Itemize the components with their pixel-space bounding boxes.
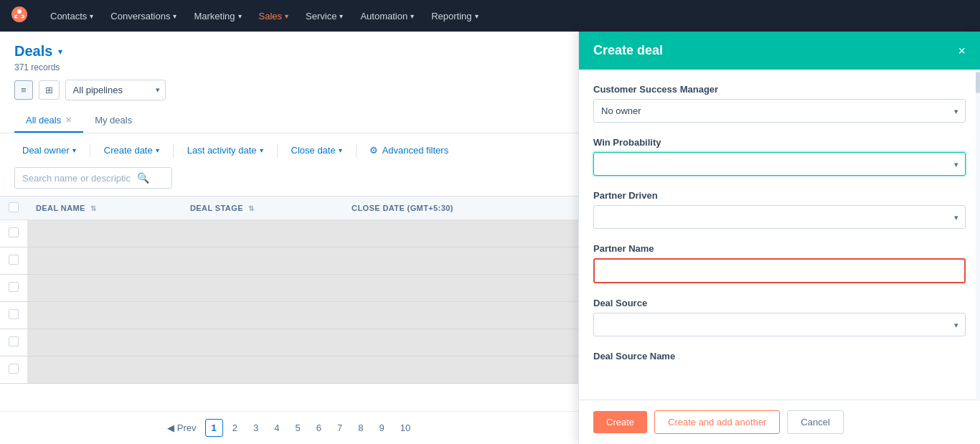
row-checkbox[interactable] — [9, 282, 19, 292]
deal-owner-filter-button[interactable]: Deal owner ▾ — [14, 141, 84, 160]
close-all-deals-tab-icon[interactable]: ✕ — [65, 115, 72, 125]
row-checkbox[interactable] — [9, 364, 19, 374]
deal-owner-chevron-icon: ▾ — [72, 146, 76, 154]
page-2-button[interactable]: 2 — [226, 419, 244, 437]
pipelines-select[interactable]: All pipelines — [65, 80, 166, 100]
nav-automation[interactable]: Automation ▾ — [360, 11, 414, 22]
deal-name-cell — [27, 356, 182, 384]
deal-source-label: Deal Source — [593, 298, 966, 308]
table-header: Deal Name ⇅ Deal Stage ⇅ Close Date (GMT… — [0, 197, 578, 220]
row-checkbox[interactable] — [9, 309, 19, 319]
close-drawer-button[interactable]: × — [958, 44, 966, 57]
table-row[interactable] — [0, 329, 578, 356]
filter-tabs: All deals ✕ My deals — [0, 109, 578, 133]
page-4-button[interactable]: 4 — [268, 419, 286, 437]
select-all-checkbox-header[interactable] — [0, 197, 27, 220]
page-9-button[interactable]: 9 — [372, 419, 390, 437]
drawer-title: Create deal — [593, 43, 663, 58]
nav-service[interactable]: Service ▾ — [306, 11, 343, 22]
partner-driven-select-wrapper: ▾ — [593, 205, 966, 229]
close-date-column-header[interactable]: Close Date (GMT+5:30) — [343, 197, 578, 220]
filter-divider-2 — [173, 143, 174, 158]
tab-my-deals[interactable]: My deals — [83, 109, 143, 133]
list-view-button[interactable]: ≡ — [14, 80, 33, 100]
create-and-add-another-button[interactable]: Create and add another — [654, 410, 780, 434]
nav-sales[interactable]: Sales ▾ — [259, 11, 289, 22]
deal-stage-column-header[interactable]: Deal Stage ⇅ — [182, 197, 343, 220]
page-3-button[interactable]: 3 — [247, 419, 265, 437]
nav-reporting[interactable]: Reporting ▾ — [431, 11, 478, 22]
page-6-button[interactable]: 6 — [310, 419, 328, 437]
page-8-button[interactable]: 8 — [352, 419, 369, 437]
prev-arrow-icon: ◀ — [167, 422, 174, 433]
table-row[interactable] — [0, 275, 578, 302]
close-date-filter-button[interactable]: Close date ▾ — [283, 141, 350, 160]
pipelines-select-wrapper: All pipelines ▾ — [65, 80, 166, 100]
deal-stage-cell — [182, 302, 343, 329]
top-navigation: Contacts ▾ Conversations ▾ Marketing ▾ S… — [0, 0, 980, 32]
page-5-button[interactable]: 5 — [289, 419, 307, 437]
row-checkbox[interactable] — [9, 336, 19, 346]
filter-divider-3 — [277, 143, 278, 158]
table-body — [0, 220, 578, 384]
customer-success-manager-select[interactable]: No owner — [593, 99, 966, 123]
partner-driven-select[interactable] — [593, 205, 966, 229]
deals-controls: ≡ ⊞ All pipelines ▾ — [14, 80, 564, 100]
table-row[interactable] — [0, 356, 578, 384]
search-bar: 🔍 — [0, 167, 578, 196]
select-all-checkbox[interactable] — [9, 202, 19, 212]
advanced-filters-button[interactable]: ⚙ Advanced filters — [362, 141, 456, 159]
search-icon[interactable]: 🔍 — [137, 172, 149, 184]
deals-title[interactable]: Deals — [14, 43, 52, 60]
drawer-body: Customer Success Manager No owner ▾ Win … — [579, 70, 980, 400]
page-10-button[interactable]: 10 — [394, 419, 417, 437]
close-date-cell — [343, 275, 578, 302]
create-date-filter-button[interactable]: Create date ▾ — [96, 141, 167, 160]
deal-name-cell — [27, 247, 182, 275]
page-7-button[interactable]: 7 — [331, 419, 349, 437]
sort-icon: ⇅ — [90, 204, 96, 212]
chevron-down-icon: ▾ — [339, 12, 343, 20]
filter-icon: ⚙ — [369, 145, 378, 156]
chevron-down-icon: ▾ — [238, 12, 242, 20]
search-input[interactable] — [22, 173, 137, 184]
close-date-cell — [343, 329, 578, 356]
table-row[interactable] — [0, 302, 578, 329]
deals-title-row: Deals ▾ — [14, 43, 564, 60]
customer-success-manager-select-wrapper: No owner ▾ — [593, 99, 966, 123]
nav-conversations[interactable]: Conversations ▾ — [110, 11, 176, 22]
last-activity-chevron-icon: ▾ — [260, 146, 263, 154]
partner-name-field: Partner Name — [593, 243, 966, 283]
main-wrapper: Deals ▾ 371 records ≡ ⊞ All pipelines ▾ … — [0, 32, 980, 444]
close-date-chevron-icon: ▾ — [339, 146, 342, 154]
create-button[interactable]: Create — [593, 411, 647, 433]
deal-name-cell — [27, 329, 182, 356]
filter-bar: Deal owner ▾ Create date ▾ Last activity… — [0, 133, 578, 167]
cancel-button[interactable]: Cancel — [787, 410, 843, 434]
svg-point-1 — [17, 9, 22, 14]
deals-list-panel: Deals ▾ 371 records ≡ ⊞ All pipelines ▾ … — [0, 32, 578, 444]
table-row[interactable] — [0, 220, 578, 247]
win-probability-select[interactable] — [593, 152, 966, 176]
grid-view-button[interactable]: ⊞ — [39, 80, 60, 100]
partner-name-input[interactable] — [593, 258, 966, 283]
partner-driven-field: Partner Driven ▾ — [593, 190, 966, 229]
deal-source-select[interactable] — [593, 313, 966, 336]
row-checkbox[interactable] — [9, 255, 19, 265]
drawer-scroll-thumb[interactable] — [976, 72, 980, 93]
deal-name-cell — [27, 302, 182, 329]
nav-contacts[interactable]: Contacts ▾ — [50, 11, 93, 22]
nav-marketing[interactable]: Marketing ▾ — [194, 11, 241, 22]
close-date-cell — [343, 247, 578, 275]
chevron-down-icon: ▾ — [173, 12, 176, 20]
tab-all-deals[interactable]: All deals ✕ — [14, 109, 83, 133]
last-activity-date-filter-button[interactable]: Last activity date ▾ — [179, 141, 271, 160]
row-checkbox[interactable] — [9, 227, 19, 237]
filter-divider-4 — [356, 143, 357, 158]
prev-page-button[interactable]: ◀ Prev — [161, 420, 202, 436]
page-1-button[interactable]: 1 — [205, 419, 223, 437]
deal-name-column-header[interactable]: Deal Name ⇅ — [27, 197, 182, 220]
hubspot-logo — [11, 6, 27, 26]
table-row[interactable] — [0, 247, 578, 275]
deals-title-chevron-icon[interactable]: ▾ — [58, 47, 62, 57]
